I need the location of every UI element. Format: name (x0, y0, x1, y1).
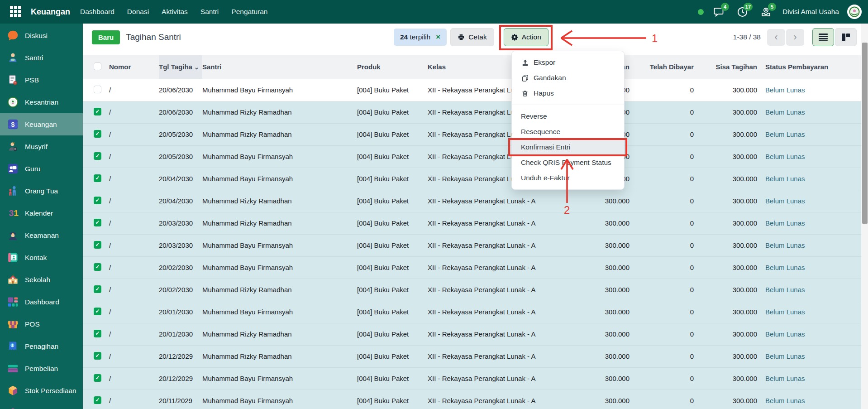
table-row[interactable]: /20/05/2030Muhammad Bayu Firmansyah[004]… (83, 145, 861, 168)
table-row[interactable]: /20/02/2030Muhammad Bayu Firmansyah[004]… (83, 256, 861, 279)
sidebar-item-guru[interactable]: Guru (0, 158, 83, 180)
table-row[interactable]: /20/01/2030Muhammad Bayu Firmansyah[004]… (83, 301, 861, 323)
sidebar-item-kesantrian[interactable]: Kesantrian (0, 91, 83, 113)
kanban-view-button[interactable] (835, 28, 857, 46)
row-checkbox[interactable] (94, 330, 101, 337)
menu-item-check-qris-payment-status[interactable]: Check QRIS Payment Status (512, 155, 624, 170)
table-row[interactable]: /20/11/2029Muhammad Bayu Firmansyah[004]… (83, 390, 861, 409)
header-sisa-tagihan[interactable]: Sisa Tagihan (696, 55, 760, 79)
print-button[interactable]: Cetak (450, 28, 494, 46)
cell-santri: Muhammad Bayu Firmansyah (202, 301, 357, 323)
top-menu-santri[interactable]: Santri (200, 8, 219, 16)
menu-item-ekspor[interactable]: Ekspor (512, 55, 624, 70)
cell-sisa-tagihan-text: 300.000 (733, 219, 757, 227)
row-checkbox[interactable] (94, 241, 101, 249)
sidebar-item-orang-tua[interactable]: Orang Tua (0, 180, 83, 202)
header-produk[interactable]: Produk (357, 55, 428, 79)
menu-item-reverse[interactable]: Reverse (512, 109, 624, 124)
user-avatar[interactable] (847, 5, 862, 19)
scrollbar-thumb[interactable] (862, 43, 868, 224)
header-santri[interactable]: Santri (202, 55, 357, 79)
header-telah-dibayar[interactable]: Telah Dibayar (632, 55, 696, 79)
sidebar-item-santri[interactable]: Santri (0, 47, 83, 69)
row-checkbox[interactable] (94, 352, 101, 360)
sidebar-item-kalender[interactable]: 31Kalender (0, 202, 83, 224)
apps-grid-icon[interactable] (10, 6, 22, 18)
top-menu-dashboard[interactable]: Dashboard (80, 8, 114, 16)
top-menus: DashboardDonasiAktivitasSantriPengaturan (80, 8, 267, 16)
sidebar-item-dashboard[interactable]: Dashboard (0, 291, 83, 313)
select-all-checkbox[interactable] (94, 63, 101, 70)
table-row[interactable]: /20/06/2030Muhammad Rizky Ramadhan[004] … (83, 101, 861, 123)
row-checkbox[interactable] (94, 174, 101, 182)
menu-item-hapus[interactable]: Hapus (512, 86, 624, 101)
pager-prev-button[interactable]: ‹ (767, 29, 785, 46)
dashboard-icon (6, 296, 19, 308)
top-menu-aktivitas[interactable]: Aktivitas (162, 8, 188, 16)
table-row[interactable]: /20/12/2029Muhammad Bayu Firmansyah[004]… (83, 367, 861, 390)
cell-santri-text: Muhammad Rizky Ramadhan (202, 197, 292, 205)
row-checkbox[interactable] (94, 108, 101, 115)
cell-nomor: / (108, 190, 159, 212)
sidebar-item-stok-persediaan[interactable]: Stok Persediaan (0, 380, 83, 402)
header-nomor[interactable]: Nomor (108, 55, 159, 79)
pager-next-button[interactable]: › (786, 29, 804, 46)
new-button[interactable]: Baru (92, 30, 120, 44)
cell-sisa-tagihan: 300.000 (696, 123, 760, 145)
row-checkbox[interactable] (94, 374, 101, 382)
messages-icon[interactable]: 4 (712, 5, 725, 19)
header-tgl-tagihan[interactable]: Tgl Tagiha⌄ (159, 55, 202, 79)
table-row[interactable]: /20/03/2030Muhammad Bayu Firmansyah[004]… (83, 234, 861, 256)
sidebar-item-pembelian[interactable]: Pembelian (0, 357, 83, 380)
top-menu-pengaturan[interactable]: Pengaturan (231, 8, 267, 16)
sidebar-item-musyrif[interactable]: Musyrif (0, 135, 83, 158)
clear-selection-icon[interactable]: × (436, 33, 440, 42)
row-checkbox[interactable] (94, 263, 101, 271)
sidebar-item-karyawan[interactable]: Karyawan (0, 402, 83, 409)
table-row[interactable]: /20/01/2030Muhammad Rizky Ramadhan[004] … (83, 323, 861, 345)
table-row[interactable]: /20/04/2030Muhammad Rizky Ramadhan[004] … (83, 190, 861, 212)
menu-item-konfirmasi-entri[interactable]: Konfirmasi Entri (512, 140, 624, 155)
row-checkbox[interactable] (94, 285, 101, 293)
row-checkbox[interactable] (94, 152, 101, 160)
table-row[interactable]: /20/02/2030Muhammad Rizky Ramadhan[004] … (83, 279, 861, 301)
sidebar-item-keuangan[interactable]: $Keuangan (0, 113, 83, 135)
sidebar-item-psb[interactable]: PSB (0, 69, 83, 91)
header-status-pembayaran[interactable]: Status Pembayaran (760, 55, 861, 79)
sidebar-item-label: PSB (25, 76, 39, 84)
menu-item-gandakan[interactable]: Gandakan (512, 70, 624, 86)
sidebar-item-penagihan[interactable]: $Penagihan (0, 335, 83, 357)
row-checkbox[interactable] (94, 197, 101, 204)
selected-count-chip[interactable]: 24 terpilih × (394, 29, 447, 46)
row-checkbox[interactable] (94, 130, 101, 138)
app-name[interactable]: Keuangan (31, 7, 70, 17)
cell-tgl-tagihan: 20/04/2030 (159, 168, 202, 190)
table-row[interactable]: /20/06/2030Muhammad Bayu Firmansyah[004]… (83, 79, 861, 101)
action-button[interactable]: Action (504, 28, 548, 46)
sidebar-item-kontak[interactable]: Kontak (0, 246, 83, 269)
row-checkbox[interactable] (94, 396, 101, 404)
row-checkbox[interactable] (94, 308, 101, 315)
list-view-button[interactable] (812, 28, 834, 46)
sidebar-item-sekolah[interactable]: Sekolah (0, 269, 83, 291)
sidebar-item-pos[interactable]: POS (0, 313, 83, 335)
table-row[interactable]: /20/12/2029Muhammad Rizky Ramadhan[004] … (83, 345, 861, 367)
row-checkbox[interactable] (94, 219, 101, 226)
activities-icon[interactable]: 17 (735, 5, 749, 19)
sidebar-item-keamanan[interactable]: Keamanan (0, 224, 83, 246)
company-name[interactable]: Divisi Amal Usaha (782, 8, 839, 16)
svg-text:$: $ (11, 343, 14, 348)
menu-item-resequence[interactable]: Resequence (512, 124, 624, 140)
cell-santri-text: Muhammad Bayu Firmansyah (202, 175, 293, 183)
sidebar-item-diskusi[interactable]: Diskusi (0, 24, 83, 47)
cell-status-pembayaran-text: Belum Lunas (765, 352, 805, 360)
menu-item-unduh-e-faktur[interactable]: Unduh e-Faktur (512, 170, 624, 186)
cell-kelas: XII - Rekayasa Perangkat Lunak - A (428, 279, 562, 301)
row-checkbox[interactable] (94, 86, 101, 93)
table-row[interactable]: /20/05/2030Muhammad Rizky Ramadhan[004] … (83, 123, 861, 145)
money-inbox-icon[interactable]: 5 (759, 5, 773, 19)
cell-status-pembayaran-text: Belum Lunas (765, 286, 805, 294)
top-menu-donasi[interactable]: Donasi (127, 8, 149, 16)
table-row[interactable]: /20/03/2030Muhammad Rizky Ramadhan[004] … (83, 212, 861, 234)
table-row[interactable]: /20/04/2030Muhammad Bayu Firmansyah[004]… (83, 168, 861, 190)
